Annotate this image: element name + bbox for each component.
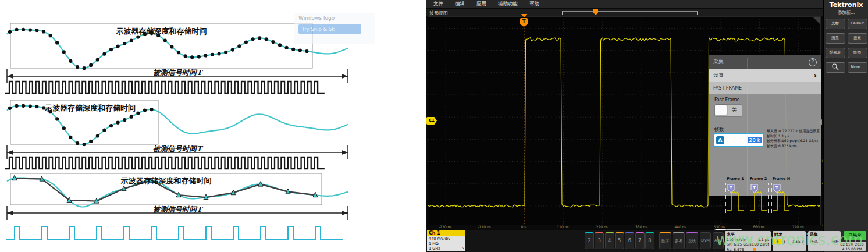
aux-button-数字[interactable]: 数字 xyxy=(659,232,671,249)
aux-button-dvm[interactable]: DVM xyxy=(700,232,711,249)
sample-dot xyxy=(278,43,282,47)
channel1-settings: 440 mV/div1 MΩ1 GHz↘ xyxy=(427,236,465,251)
menu-item-3[interactable]: 应用 xyxy=(476,0,486,8)
x-axis-tick: -220 ns xyxy=(439,225,451,229)
sidebar-button-1[interactable]: 光标 xyxy=(826,19,845,29)
menu-item-2[interactable]: 编辑 xyxy=(455,0,465,8)
oscilloscope-app: 文件编辑应用辅助功能帮助 波形视图 T C1 3.52 V3.08 V2.64 … xyxy=(426,0,868,252)
channel5-button[interactable]: 5 xyxy=(615,232,624,249)
sample-dot xyxy=(265,37,268,41)
sample-dot xyxy=(83,66,86,70)
frame-info-line: 帧时长:1.1 μs xyxy=(767,134,820,139)
sample-dot xyxy=(211,53,214,56)
menu-item-5[interactable]: 帮助 xyxy=(529,0,539,8)
sample-dot xyxy=(258,36,261,40)
sample-dot xyxy=(55,117,59,120)
sample-dot xyxy=(218,52,221,55)
toggle-handle xyxy=(715,105,727,115)
x-axis-tick: 330 ns xyxy=(635,225,647,229)
sample-dot xyxy=(102,52,106,56)
svg-text:T: T xyxy=(730,186,732,190)
keypad-icon[interactable]: A xyxy=(716,136,724,144)
frame-info-line: 帧分辨率:160 ps/pt(6.25 GS/s) xyxy=(767,139,820,144)
aux-button-总线[interactable]: 总线 xyxy=(686,232,698,249)
sample-dot xyxy=(305,49,308,53)
sample-dot xyxy=(298,48,302,52)
add-new-label: 添加新... xyxy=(824,10,868,16)
sample-dot xyxy=(190,55,194,59)
channel8-button[interactable]: 8 xyxy=(645,232,654,249)
sample-dot xyxy=(116,121,120,125)
frame-pulse xyxy=(773,192,789,210)
frame-name: Frame 2 xyxy=(748,176,769,181)
sample-dot xyxy=(244,40,248,44)
sample-dot xyxy=(204,54,207,57)
channel1-name: Ch 1 xyxy=(427,230,465,236)
x-axis-tick: 440 ns xyxy=(674,225,686,229)
page: 示波器存储深度和存储时间 示波器存储深度和存储时间 示波器存储深度和存储时间 被… xyxy=(0,0,868,252)
sample-dot xyxy=(69,136,72,139)
sample-dot xyxy=(271,40,275,44)
sidebar-button-4[interactable]: 搜索 xyxy=(848,33,867,44)
menu-item-4[interactable]: 辅助功能 xyxy=(498,0,518,8)
sidebar-button-8[interactable]: More... xyxy=(848,62,867,73)
fastframe-label: Fast Frame xyxy=(714,97,740,102)
ghost-snip-button[interactable]: Try Snip & Sk xyxy=(298,24,361,34)
frame-count-label: 帧数 xyxy=(714,126,724,133)
sidebar-button-3[interactable]: 测量 xyxy=(826,33,845,44)
tektronix-logo: Tektronix xyxy=(824,1,868,9)
frame-pulse xyxy=(750,192,767,210)
acquisition-panel-title: 采集 xyxy=(713,59,724,65)
aux-button-参考[interactable]: 参考 xyxy=(673,232,685,249)
fastframe-toggle[interactable]: 关 xyxy=(714,104,742,117)
zoom-icon xyxy=(831,63,839,70)
x-axis-tick: 110 ns xyxy=(557,225,568,229)
menu-bar: 文件编辑应用辅助功能帮助 xyxy=(426,0,823,8)
frame-name: Frame N xyxy=(771,176,792,181)
diagram-title-1: 示波器存储深度和存储时间 xyxy=(10,26,312,37)
horizontal-position-bracket[interactable] xyxy=(562,11,698,15)
x-axis-tick: 220 ns xyxy=(596,225,608,229)
sample-dot xyxy=(55,41,59,44)
diagram-title-3: 示波器存储深度和存储时间 xyxy=(10,176,322,186)
sample-dot xyxy=(62,126,66,130)
channel2-button[interactable]: 2 xyxy=(585,232,594,249)
sample-dot xyxy=(123,42,126,45)
sample-dot xyxy=(76,65,79,69)
sample-dot xyxy=(89,63,93,67)
chevron-right-icon: › xyxy=(814,69,817,82)
frame-count-input[interactable]: A 20 k xyxy=(713,133,764,147)
channel6-button[interactable]: 6 xyxy=(625,232,634,249)
sample-dot xyxy=(62,50,66,54)
sample-dot xyxy=(231,48,234,52)
settings-row[interactable]: 设置 › xyxy=(709,69,821,82)
channel1-badge[interactable]: Ch 1 440 mV/div1 MΩ1 GHz↘ xyxy=(427,230,465,251)
channel4-button[interactable]: 4 xyxy=(605,232,614,249)
time-span-label-1: 被测信号时间T xyxy=(87,68,268,78)
sidebar-button-6[interactable]: 绘图 xyxy=(848,48,867,58)
sample-dot xyxy=(170,45,173,48)
probe-icon: ↘ xyxy=(461,246,464,251)
sample-dot xyxy=(197,55,201,58)
ghost-title: Windows logo xyxy=(298,15,375,21)
help-icon[interactable]: ? xyxy=(809,58,817,66)
sidebar-button-2[interactable]: Callout xyxy=(848,19,867,29)
zoom-corner-icon[interactable] xyxy=(813,17,820,24)
channel3-button[interactable]: 3 xyxy=(595,232,604,249)
acquisition-panel-title-bar: 采集 ? xyxy=(709,55,821,69)
trigger-position-marker-icon[interactable] xyxy=(593,9,598,15)
sample-dot xyxy=(251,37,255,41)
waveform-edge-through-panel xyxy=(747,58,748,196)
sidebar-zoom-icon-button[interactable] xyxy=(826,62,845,73)
sample-dot xyxy=(76,141,79,145)
menu-item-1[interactable]: 文件 xyxy=(433,0,443,8)
sample-dot xyxy=(83,143,86,146)
channel7-button[interactable]: 7 xyxy=(635,232,645,249)
summary-frame-label: 摘要帧 xyxy=(714,222,728,228)
frame-cell: T xyxy=(749,183,769,215)
sample-clock-sparse xyxy=(6,226,343,239)
frame-cell: T xyxy=(725,183,745,215)
frame-count-value: 20 k xyxy=(726,137,763,143)
view-label: 波形视图 xyxy=(429,10,448,16)
sidebar-button-5[interactable]: 结果表 xyxy=(826,48,845,58)
